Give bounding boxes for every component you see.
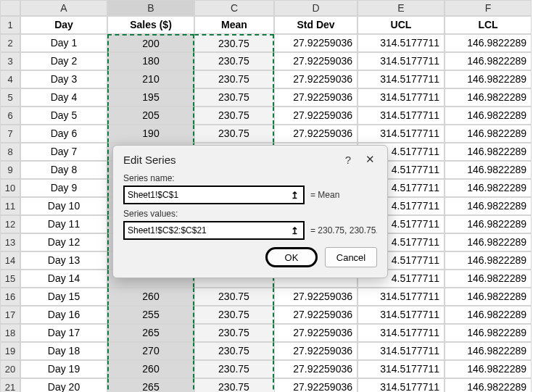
cell-day[interactable]: Day 4: [20, 88, 107, 107]
cell-std[interactable]: 27.92259036: [274, 52, 358, 70]
cell-day[interactable]: Day 19: [20, 360, 107, 378]
cell-ucl[interactable]: 314.5177711: [358, 324, 445, 342]
cell-lcl[interactable]: 146.9822289: [445, 306, 532, 324]
cell-sales[interactable]: 270: [107, 342, 194, 360]
cell-sales[interactable]: 265: [107, 378, 194, 392]
row-header[interactable]: 13: [0, 233, 20, 251]
cell-mean[interactable]: 230.75: [194, 88, 274, 107]
row-header[interactable]: 20: [0, 360, 20, 378]
cell-mean[interactable]: 230.75: [194, 324, 274, 342]
cell-ucl[interactable]: 314.5177711: [358, 342, 445, 360]
cell-mean[interactable]: 230.75: [194, 378, 274, 392]
cell-lcl[interactable]: 146.9822289: [445, 107, 532, 125]
cell-day[interactable]: Day 5: [20, 107, 107, 125]
cell-sales[interactable]: 210: [107, 70, 194, 88]
cell-lcl[interactable]: 146.9822289: [445, 70, 532, 88]
cell-day[interactable]: Day 18: [20, 342, 107, 360]
cell-day[interactable]: Day 14: [20, 270, 107, 288]
cell-lcl[interactable]: 146.9822289: [445, 251, 532, 270]
cell-std[interactable]: 27.92259036: [274, 360, 358, 378]
header-cell[interactable]: UCL: [358, 16, 445, 34]
column-header[interactable]: E: [358, 0, 445, 16]
cell-mean[interactable]: 230.75: [194, 52, 274, 70]
cell-mean[interactable]: 230.75: [194, 70, 274, 88]
select-all-corner[interactable]: [0, 0, 20, 16]
cell-std[interactable]: 27.92259036: [274, 88, 358, 107]
row-header[interactable]: 3: [0, 52, 20, 70]
cell-lcl[interactable]: 146.9822289: [445, 52, 532, 70]
cell-lcl[interactable]: 146.9822289: [445, 179, 532, 197]
row-header[interactable]: 11: [0, 197, 20, 215]
row-header[interactable]: 18: [0, 324, 20, 342]
cell-lcl[interactable]: 146.9822289: [445, 34, 532, 52]
row-header[interactable]: 19: [0, 342, 20, 360]
cell-day[interactable]: Day 1: [20, 34, 107, 52]
cell-day[interactable]: Day 16: [20, 306, 107, 324]
row-header[interactable]: 1: [0, 16, 20, 34]
cell-mean[interactable]: 230.75: [194, 360, 274, 378]
cell-ucl[interactable]: 314.5177711: [358, 288, 445, 306]
row-header[interactable]: 12: [0, 215, 20, 233]
cell-std[interactable]: 27.92259036: [274, 324, 358, 342]
cell-sales[interactable]: 260: [107, 360, 194, 378]
cell-lcl[interactable]: 146.9822289: [445, 324, 532, 342]
cell-sales[interactable]: 260: [107, 288, 194, 306]
cell-lcl[interactable]: 146.9822289: [445, 233, 532, 251]
cell-day[interactable]: Day 9: [20, 179, 107, 197]
header-cell[interactable]: Sales ($): [107, 16, 194, 34]
cell-mean[interactable]: 230.75: [194, 34, 274, 52]
cell-std[interactable]: 27.92259036: [274, 378, 358, 392]
cell-std[interactable]: 27.92259036: [274, 342, 358, 360]
cell-sales[interactable]: 195: [107, 88, 194, 107]
cell-sales[interactable]: 180: [107, 52, 194, 70]
cell-mean[interactable]: 230.75: [194, 107, 274, 125]
cell-ucl[interactable]: 314.5177711: [358, 34, 445, 52]
cell-lcl[interactable]: 146.9822289: [445, 143, 532, 161]
cell-lcl[interactable]: 146.9822289: [445, 215, 532, 233]
column-header[interactable]: C: [194, 0, 274, 16]
cell-day[interactable]: Day 12: [20, 233, 107, 251]
cell-ucl[interactable]: 314.5177711: [358, 52, 445, 70]
cell-day[interactable]: Day 8: [20, 161, 107, 179]
cell-ucl[interactable]: 314.5177711: [358, 88, 445, 107]
ok-button[interactable]: OK: [265, 247, 318, 267]
cell-lcl[interactable]: 146.9822289: [445, 197, 532, 215]
header-cell[interactable]: LCL: [445, 16, 532, 34]
cell-day[interactable]: Day 10: [20, 197, 107, 215]
row-header[interactable]: 8: [0, 143, 20, 161]
row-header[interactable]: 9: [0, 161, 20, 179]
column-header[interactable]: F: [445, 0, 532, 16]
cell-lcl[interactable]: 146.9822289: [445, 288, 532, 306]
cell-day[interactable]: Day 15: [20, 288, 107, 306]
cell-lcl[interactable]: 146.9822289: [445, 360, 532, 378]
cell-day[interactable]: Day 2: [20, 52, 107, 70]
cell-std[interactable]: 27.92259036: [274, 34, 358, 52]
cell-std[interactable]: 27.92259036: [274, 125, 358, 143]
cell-mean[interactable]: 230.75: [194, 342, 274, 360]
series-name-input[interactable]: [128, 190, 289, 200]
cell-mean[interactable]: 230.75: [194, 288, 274, 306]
range-picker-icon[interactable]: ↥: [289, 190, 300, 201]
row-header[interactable]: 6: [0, 107, 20, 125]
cell-lcl[interactable]: 146.9822289: [445, 161, 532, 179]
cell-std[interactable]: 27.92259036: [274, 70, 358, 88]
cell-ucl[interactable]: 314.5177711: [358, 107, 445, 125]
cell-std[interactable]: 27.92259036: [274, 288, 358, 306]
cell-day[interactable]: Day 7: [20, 143, 107, 161]
cell-day[interactable]: Day 13: [20, 251, 107, 270]
cell-day[interactable]: Day 20: [20, 378, 107, 392]
cell-mean[interactable]: 230.75: [194, 125, 274, 143]
cell-ucl[interactable]: 314.5177711: [358, 306, 445, 324]
range-picker-icon[interactable]: ↥: [289, 225, 300, 236]
cell-mean[interactable]: 230.75: [194, 306, 274, 324]
cell-ucl[interactable]: 314.5177711: [358, 70, 445, 88]
cell-ucl[interactable]: 314.5177711: [358, 378, 445, 392]
header-cell[interactable]: Day: [20, 16, 107, 34]
row-header[interactable]: 14: [0, 251, 20, 270]
row-header[interactable]: 17: [0, 306, 20, 324]
cell-ucl[interactable]: 314.5177711: [358, 360, 445, 378]
column-header[interactable]: B: [107, 0, 194, 16]
cell-lcl[interactable]: 146.9822289: [445, 342, 532, 360]
cancel-button[interactable]: Cancel: [325, 247, 377, 267]
cell-day[interactable]: Day 6: [20, 125, 107, 143]
